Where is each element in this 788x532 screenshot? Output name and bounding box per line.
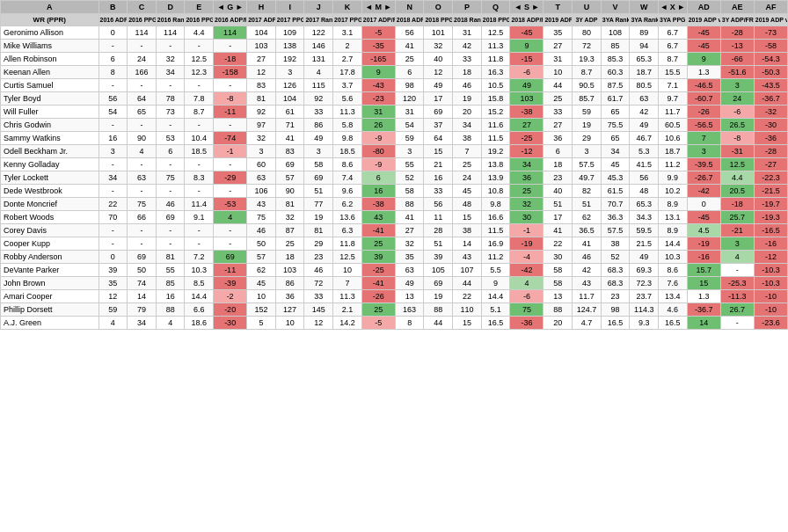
stat-cell: 80.5	[630, 79, 659, 92]
stat-cell: 45.3	[601, 171, 630, 185]
stat-cell: 14	[453, 237, 482, 251]
stat-cell: 16.3	[481, 66, 510, 79]
stat-cell: -8	[720, 132, 754, 145]
stat-cell: 41	[573, 237, 602, 251]
stat-cell: 35	[544, 26, 573, 40]
stat-cell: 88	[544, 303, 573, 317]
stat-cell: -39	[214, 277, 247, 290]
col-ad-header: AD	[687, 1, 720, 14]
stat-cell: 40	[544, 185, 573, 198]
stat-cell: 3	[720, 237, 754, 251]
stat-cell: 3	[395, 145, 424, 158]
stat-cell: 46	[573, 251, 602, 264]
stat-cell: 37	[424, 119, 453, 132]
stat-cell: -45	[510, 26, 544, 40]
3y-adp-header: 3Y ADP	[573, 14, 602, 26]
table-row: Cooper Kupp-----50252911.82532511416.9-1…	[1, 237, 788, 251]
col-i-header: I	[275, 1, 304, 14]
stat-cell: 13.8	[481, 158, 510, 171]
player-name-cell: A.J. Green	[1, 317, 99, 330]
stat-cell: 9.3	[630, 317, 659, 330]
stat-cell: 50	[247, 237, 276, 251]
stat-cell: 10.8	[481, 185, 510, 198]
col-d-header: D	[156, 1, 185, 14]
stat-cell: -9	[361, 132, 395, 145]
table-row: Robby Anderson069817.26957182312.5393539…	[1, 251, 788, 264]
stat-cell: 16.5	[659, 317, 688, 330]
col-q-header: Q	[481, 1, 510, 14]
stat-cell: 9	[687, 53, 720, 66]
stat-cell: 30	[510, 211, 544, 224]
stat-cell: 6	[361, 171, 395, 185]
stat-cell: 24	[720, 92, 754, 106]
stat-cell: 166	[128, 66, 157, 79]
stat-cell: 43	[453, 251, 482, 264]
stat-cell: 35	[395, 251, 424, 264]
stat-cell: -19	[687, 237, 720, 251]
stat-cell: 54	[395, 119, 424, 132]
stat-cell: 6.6	[185, 303, 214, 317]
stat-cell: -29	[214, 171, 247, 185]
stat-cell: -19.7	[754, 198, 787, 211]
stat-cell: -36	[754, 132, 787, 145]
player-name-cell: John Brown	[1, 277, 99, 290]
stat-cell: 9	[361, 66, 395, 79]
2016-ppg-header: 2016 PPG	[185, 14, 214, 26]
stat-cell: 31	[395, 106, 424, 119]
stat-cell: -46.5	[687, 79, 720, 92]
stat-cell: 83	[275, 145, 304, 158]
2018-ppg-header: 2018 PPG	[481, 14, 510, 26]
stat-cell: 51	[424, 237, 453, 251]
stat-cell: 88	[424, 303, 453, 317]
stat-cell: 38	[453, 224, 482, 237]
stat-cell: 4	[510, 277, 544, 290]
stat-cell: 22	[98, 198, 128, 211]
stat-cell: 39	[98, 264, 128, 277]
stat-cell: -53	[214, 198, 247, 211]
stat-cell: -18	[720, 198, 754, 211]
stat-cell: 15.5	[659, 66, 688, 79]
stat-cell: -6	[510, 290, 544, 303]
stat-cell: -	[214, 40, 247, 53]
stat-cell: 40	[424, 53, 453, 66]
stat-cell: -25	[510, 132, 544, 145]
stat-cell: 49	[630, 251, 659, 264]
stat-cell: 62	[573, 211, 602, 224]
stat-cell: -11.3	[720, 290, 754, 303]
stat-cell: -19	[510, 237, 544, 251]
stat-cell: 27	[510, 119, 544, 132]
stat-cell: -36.7	[687, 303, 720, 317]
2019-adp-vs-3yafr-header: 2019 ADP vs 3YAF/FR Diff	[754, 14, 787, 26]
stat-cell: 7.4	[333, 171, 362, 185]
stat-cell: 85	[156, 277, 185, 290]
2016-rank-header: 2016 Rank	[156, 14, 185, 26]
stat-cell: 23	[601, 290, 630, 303]
stat-cell: 44	[424, 317, 453, 330]
stat-cell: 163	[395, 303, 424, 317]
stat-cell: 29	[573, 132, 602, 145]
2018-ppg-rank-header: 2018 PPG Rank	[424, 14, 453, 26]
stat-cell: 20.5	[720, 185, 754, 198]
stat-cell: -	[720, 317, 754, 330]
stat-cell: 114.3	[630, 303, 659, 317]
stat-cell: -50.3	[754, 66, 787, 79]
stat-cell: -	[214, 119, 247, 132]
stat-cell: -	[128, 79, 157, 92]
2017-rank-header: 2017 Rank	[304, 14, 333, 26]
player-name-cell: Curtis Samuel	[1, 79, 99, 92]
stat-cell: 33	[304, 290, 333, 303]
table-row: A.J. Green434418.6-305101214.2-58441516.…	[1, 317, 788, 330]
table-row: Kenny Golladay-----6069588.6-955212513.8…	[1, 158, 788, 171]
stat-cell: 4.4	[185, 26, 214, 40]
stat-cell: 11.8	[481, 53, 510, 66]
table-row: Tyler Boyd5664787.8-881104925.6-23120171…	[1, 92, 788, 106]
stat-cell: 33	[453, 53, 482, 66]
stat-cell: -54.3	[754, 53, 787, 66]
stat-cell: 34	[453, 119, 482, 132]
stat-cell: 15	[453, 317, 482, 330]
stat-cell: 87	[275, 224, 304, 237]
stat-cell: 38	[601, 237, 630, 251]
stat-cell: -1	[510, 224, 544, 237]
stat-cell: 43	[361, 211, 395, 224]
stat-cell: 114	[214, 26, 247, 40]
